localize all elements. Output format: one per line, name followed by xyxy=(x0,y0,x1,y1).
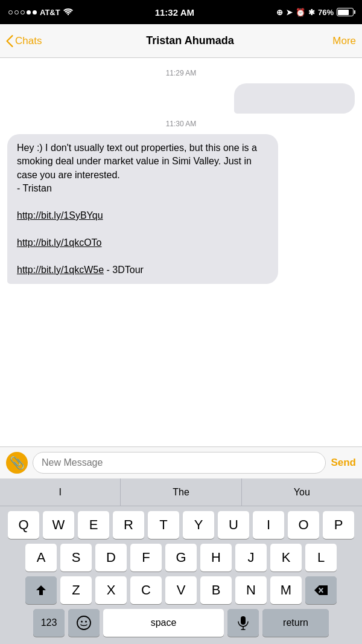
key-t[interactable]: T xyxy=(148,511,179,539)
emoji-key[interactable] xyxy=(68,609,100,637)
chat-area: 11:29 AM 11:30 AM Hey :) I don't usually… xyxy=(0,58,362,446)
dot3 xyxy=(21,10,25,14)
bluetooth-icon: ✱ xyxy=(308,8,315,17)
key-l[interactable]: L xyxy=(305,544,337,572)
autocomplete-the[interactable]: The xyxy=(121,478,241,506)
carrier-label: AT&T xyxy=(40,8,60,17)
message-input-row: 📎 Send xyxy=(0,446,362,478)
outgoing-placeholder-row xyxy=(0,82,362,115)
keyboard-row-4: 123 space return xyxy=(2,609,360,637)
numbers-key[interactable]: 123 xyxy=(33,609,65,637)
keyboard: Q W E R T Y U I O P A S D F G H J K L Z … xyxy=(0,506,362,644)
status-time: 11:32 AM xyxy=(155,7,194,18)
key-y[interactable]: Y xyxy=(183,511,214,539)
svg-point-1 xyxy=(77,616,91,630)
status-left: AT&T xyxy=(8,7,73,17)
key-x[interactable]: X xyxy=(95,576,127,604)
link-2[interactable]: http://bit.ly/1qkcOTo xyxy=(17,237,102,248)
nav-title: Tristan Ahumada xyxy=(54,34,326,47)
status-bar: AT&T 11:32 AM ⊕ ➤ ⏰ ✱ 76% xyxy=(0,0,362,24)
key-b[interactable]: B xyxy=(200,576,232,604)
key-k[interactable]: K xyxy=(270,544,302,572)
chevron-left-icon xyxy=(6,35,13,47)
shift-key[interactable] xyxy=(25,576,57,604)
key-g[interactable]: G xyxy=(165,544,197,572)
key-z[interactable]: Z xyxy=(60,576,92,604)
gps-icon: ⊕ xyxy=(276,8,283,17)
incoming-bubble: Hey :) I don't usually text out properti… xyxy=(7,134,278,284)
incoming-text: Hey :) I don't usually text out properti… xyxy=(17,143,257,275)
battery-percent: 76% xyxy=(318,8,334,17)
key-j[interactable]: J xyxy=(235,544,267,572)
back-button[interactable]: Chats xyxy=(6,35,54,47)
key-u[interactable]: U xyxy=(218,511,249,539)
key-c[interactable]: C xyxy=(130,576,162,604)
shift-icon xyxy=(35,584,47,596)
status-right: ⊕ ➤ ⏰ ✱ 76% xyxy=(276,8,354,17)
key-w[interactable]: W xyxy=(43,511,74,539)
key-v[interactable]: V xyxy=(165,576,197,604)
key-n[interactable]: N xyxy=(235,576,267,604)
link-3[interactable]: http://bit.ly/1qkcW5e xyxy=(17,265,104,275)
location-icon: ➤ xyxy=(286,8,293,17)
keyboard-row-3: Z X C V B N M xyxy=(2,576,360,604)
key-h[interactable]: H xyxy=(200,544,232,572)
key-q[interactable]: Q xyxy=(8,511,39,539)
svg-rect-4 xyxy=(241,616,246,625)
microphone-icon xyxy=(238,616,249,630)
dot5 xyxy=(33,10,37,14)
key-f[interactable]: F xyxy=(130,544,162,572)
autocomplete-you[interactable]: You xyxy=(242,478,362,506)
battery-indicator xyxy=(337,8,354,16)
keyboard-row-1: Q W E R T Y U I O P xyxy=(2,511,360,539)
dot1 xyxy=(8,10,13,14)
key-o[interactable]: O xyxy=(288,511,319,539)
key-s[interactable]: S xyxy=(60,544,92,572)
nav-bar: Chats Tristan Ahumada More xyxy=(0,24,362,58)
attach-button[interactable]: 📎 xyxy=(6,452,28,474)
wifi-icon xyxy=(63,7,73,17)
message-input[interactable] xyxy=(33,452,326,474)
return-key[interactable]: return xyxy=(262,609,329,637)
autocomplete-bar: I The You xyxy=(0,478,362,506)
link-1[interactable]: http://bit.ly/1SyBYqu xyxy=(17,210,103,221)
svg-point-3 xyxy=(85,621,87,623)
delete-icon xyxy=(314,585,328,595)
dot2 xyxy=(14,10,19,14)
space-key[interactable]: space xyxy=(103,609,224,637)
key-i[interactable]: I xyxy=(253,511,284,539)
key-m[interactable]: M xyxy=(270,576,302,604)
emoji-icon xyxy=(76,615,92,631)
more-button[interactable]: More xyxy=(326,35,356,47)
signal-dots xyxy=(8,10,37,14)
back-label: Chats xyxy=(15,35,42,47)
key-p[interactable]: P xyxy=(323,511,354,539)
send-button[interactable]: Send xyxy=(331,457,356,469)
incoming-message-row: Hey :) I don't usually text out properti… xyxy=(0,133,362,285)
key-a[interactable]: A xyxy=(25,544,57,572)
autocomplete-i[interactable]: I xyxy=(0,478,121,506)
timestamp-1: 11:29 AM xyxy=(0,69,362,77)
svg-point-0 xyxy=(68,14,69,15)
key-d[interactable]: D xyxy=(95,544,127,572)
delete-key[interactable] xyxy=(305,576,337,604)
keyboard-row-2: A S D F G H J K L xyxy=(2,544,360,572)
key-e[interactable]: E xyxy=(78,511,109,539)
timestamp-2: 11:30 AM xyxy=(0,120,362,128)
svg-point-2 xyxy=(81,621,83,623)
microphone-key[interactable] xyxy=(227,609,259,637)
paperclip-icon: 📎 xyxy=(10,456,25,470)
key-r[interactable]: R xyxy=(113,511,144,539)
outgoing-placeholder-bubble xyxy=(234,83,355,114)
alarm-icon: ⏰ xyxy=(296,8,305,17)
dot4 xyxy=(27,10,31,14)
